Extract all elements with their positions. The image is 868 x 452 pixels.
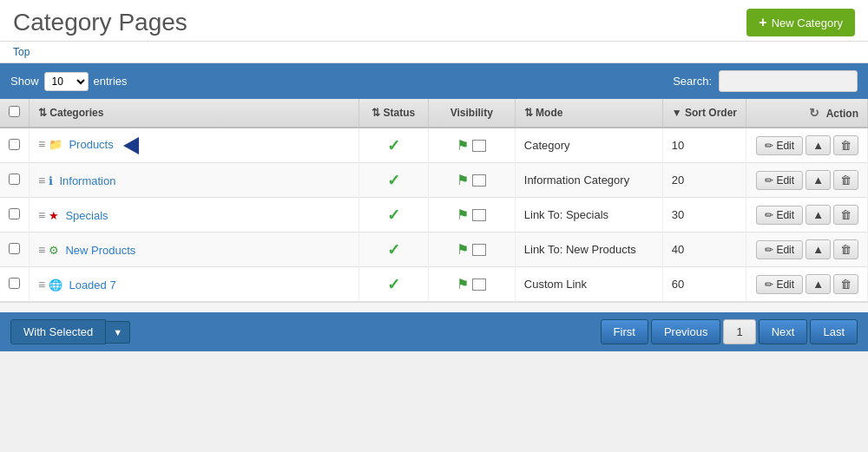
new-category-button[interactable]: + New Category [746, 9, 855, 36]
pencil-icon: ✏ [765, 174, 773, 187]
status-check-icon: ✓ [387, 137, 400, 154]
table-row: ≡ ℹ Information ✓ ⚑ Information Category [0, 163, 868, 198]
category-link[interactable]: New Products [65, 244, 135, 257]
table-row: ≡ ★ Specials ✓ ⚑ Link To: Specials [0, 198, 868, 233]
last-page-button[interactable]: Last [810, 319, 858, 344]
edit-button[interactable]: ✏ Edit [756, 240, 803, 259]
row-visibility-cell: ⚑ [428, 267, 515, 302]
row-checkbox[interactable] [9, 174, 20, 185]
next-page-button[interactable]: Next [759, 319, 808, 344]
delete-button[interactable]: 🗑 [833, 239, 858, 259]
status-check-icon: ✓ [387, 172, 400, 189]
delete-button[interactable]: 🗑 [833, 205, 858, 225]
row-status-cell: ✓ [358, 198, 428, 233]
folder-icon: 📁 [49, 138, 62, 151]
row-mode-cell: Custom Link [515, 267, 662, 302]
edit-button[interactable]: ✏ Edit [756, 206, 803, 225]
row-action-cell: ✏ Edit ▲ 🗑 [746, 198, 868, 233]
row-checkbox[interactable] [9, 139, 20, 150]
upload-button[interactable]: ▲ [806, 239, 831, 259]
table-container: Show 10 25 50 100 entries Search: [0, 63, 868, 351]
row-category-cell: ≡ 📁 Products [30, 128, 359, 163]
with-selected-button[interactable]: With Selected [10, 319, 106, 344]
edit-label: Edit [776, 244, 794, 256]
status-check-icon: ✓ [387, 206, 400, 224]
search-input[interactable] [719, 70, 858, 92]
drag-handle-icon[interactable]: ≡ [38, 278, 45, 292]
reload-icon[interactable]: ↻ [809, 106, 819, 120]
table-toolbar: Show 10 25 50 100 entries Search: [0, 63, 868, 99]
search-area: Search: [673, 70, 858, 92]
edit-label: Edit [776, 174, 794, 187]
header-sort-order[interactable]: ▼ Sort Order [662, 99, 746, 128]
row-checkbox[interactable] [9, 278, 20, 289]
select-all-checkbox[interactable] [9, 106, 20, 117]
row-visibility-cell: ⚑ [428, 128, 515, 163]
with-selected-dropdown-button[interactable]: ▼ [106, 321, 130, 344]
current-page-button[interactable]: 1 [723, 319, 755, 344]
previous-page-button[interactable]: Previous [651, 319, 721, 344]
row-checkbox[interactable] [9, 208, 20, 219]
row-mode-cell: Link To: Specials [515, 198, 662, 233]
table-spacer [0, 302, 868, 312]
edit-label: Edit [776, 209, 794, 221]
upload-button[interactable]: ▲ [806, 274, 831, 294]
upload-button[interactable]: ▲ [806, 170, 831, 190]
new-category-label: New Category [772, 16, 843, 29]
edit-button[interactable]: ✏ Edit [756, 136, 803, 155]
drag-handle-icon[interactable]: ≡ [38, 174, 45, 187]
edit-button[interactable]: ✏ Edit [756, 171, 803, 190]
header-checkbox-col [0, 99, 30, 128]
delete-button[interactable]: 🗑 [833, 170, 858, 190]
row-category-cell: ≡ 🌐 Loaded 7 [30, 267, 359, 302]
pencil-icon: ✏ [765, 244, 773, 256]
row-sort-cell: 60 [662, 267, 746, 302]
box-icon [472, 244, 486, 256]
category-link[interactable]: Loaded 7 [69, 278, 115, 292]
drag-handle-icon[interactable]: ≡ [38, 243, 45, 257]
edit-button[interactable]: ✏ Edit [756, 275, 803, 294]
header-sort-order-label: ▼ Sort Order [672, 107, 737, 119]
delete-button[interactable]: 🗑 [833, 135, 858, 155]
row-category-cell: ≡ ⚙ New Products [30, 233, 359, 267]
search-label: Search: [673, 75, 712, 88]
row-action-cell: ✏ Edit ▲ 🗑 [746, 267, 868, 302]
header-status-label: ⇅ Status [372, 107, 415, 119]
category-link[interactable]: Specials [65, 209, 108, 222]
arrow-indicator-icon [123, 137, 139, 154]
row-sort-cell: 40 [662, 233, 746, 267]
header-mode[interactable]: ⇅ Mode [515, 99, 662, 128]
row-visibility-cell: ⚑ [428, 198, 515, 233]
drag-handle-icon[interactable]: ≡ [38, 208, 45, 222]
header-visibility-label: Visibility [450, 107, 493, 119]
header-status[interactable]: ⇅ Status [358, 99, 428, 128]
row-sort-cell: 30 [662, 198, 746, 233]
action-buttons: ✏ Edit ▲ 🗑 [755, 170, 858, 190]
edit-label: Edit [776, 140, 794, 152]
row-sort-cell: 20 [662, 163, 746, 198]
category-link[interactable]: Information [59, 174, 115, 187]
upload-button[interactable]: ▲ [806, 205, 831, 225]
pencil-icon: ✏ [765, 209, 773, 221]
header-categories-label: ⇅ Categories [38, 107, 103, 119]
with-selected-group: With Selected ▼ [10, 319, 130, 344]
visibility-icons: ⚑ [437, 276, 506, 292]
delete-button[interactable]: 🗑 [833, 274, 858, 294]
breadcrumb: Top [0, 42, 868, 63]
header-categories[interactable]: ⇅ Categories [30, 99, 359, 128]
box-icon [472, 278, 486, 291]
category-link[interactable]: Products [69, 138, 113, 151]
entries-select[interactable]: 10 25 50 100 [44, 72, 89, 91]
row-action-cell: ✏ Edit ▲ 🗑 [746, 233, 868, 267]
table-header-row: ⇅ Categories ⇅ Status Visibility ⇅ Mode … [0, 99, 868, 128]
upload-button[interactable]: ▲ [806, 135, 831, 155]
gear-icon: ⚙ [49, 244, 59, 257]
drag-handle-icon[interactable]: ≡ [38, 137, 45, 151]
row-checkbox[interactable] [9, 243, 20, 254]
header-action-label: Action [826, 108, 858, 120]
first-page-button[interactable]: First [601, 319, 648, 344]
categories-table: ⇅ Categories ⇅ Status Visibility ⇅ Mode … [0, 99, 868, 302]
row-status-cell: ✓ [358, 128, 428, 163]
row-mode-cell: Information Category [515, 163, 662, 198]
entries-label: entries [94, 75, 128, 88]
